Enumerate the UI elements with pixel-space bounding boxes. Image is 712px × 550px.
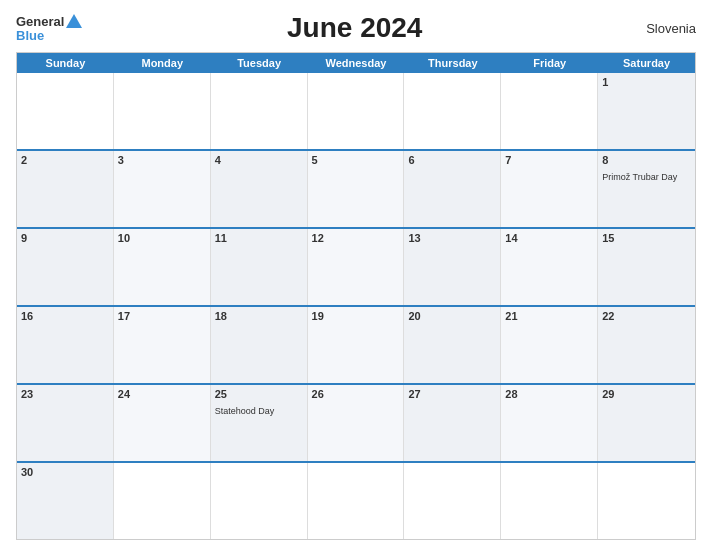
logo: General Blue	[16, 15, 83, 42]
day-number: 14	[505, 232, 593, 244]
day-cell-5-2	[211, 463, 308, 539]
day-cell-4-6: 29	[598, 385, 695, 461]
day-cell-1-5: 7	[501, 151, 598, 227]
day-number: 26	[312, 388, 400, 400]
day-number: 7	[505, 154, 593, 166]
day-number: 25	[215, 388, 303, 400]
day-cell-3-4: 20	[404, 307, 501, 383]
day-cell-5-3	[308, 463, 405, 539]
week-row-2: 2345678Primož Trubar Day	[17, 149, 695, 227]
day-cell-3-0: 16	[17, 307, 114, 383]
day-number: 11	[215, 232, 303, 244]
day-cell-0-4	[404, 73, 501, 149]
calendar-page: General Blue June 2024 Slovenia Sunday M…	[0, 0, 712, 550]
day-cell-2-1: 10	[114, 229, 211, 305]
day-number: 8	[602, 154, 691, 166]
day-number: 12	[312, 232, 400, 244]
day-cell-4-3: 26	[308, 385, 405, 461]
day-number: 3	[118, 154, 206, 166]
day-number: 1	[602, 76, 691, 88]
day-number: 20	[408, 310, 496, 322]
day-number: 4	[215, 154, 303, 166]
header-sunday: Sunday	[17, 53, 114, 73]
day-number: 29	[602, 388, 691, 400]
day-number: 10	[118, 232, 206, 244]
day-number: 5	[312, 154, 400, 166]
day-cell-1-2: 4	[211, 151, 308, 227]
day-cell-4-2: 25Statehood Day	[211, 385, 308, 461]
logo-blue-text: Blue	[16, 29, 83, 42]
week-row-3: 9101112131415	[17, 227, 695, 305]
day-number: 17	[118, 310, 206, 322]
header-saturday: Saturday	[598, 53, 695, 73]
day-cell-4-4: 27	[404, 385, 501, 461]
day-cell-0-5	[501, 73, 598, 149]
week-row-1: 1	[17, 73, 695, 149]
day-cell-3-5: 21	[501, 307, 598, 383]
day-number: 19	[312, 310, 400, 322]
day-cell-2-4: 13	[404, 229, 501, 305]
day-number: 16	[21, 310, 109, 322]
logo-triangle-icon	[66, 14, 82, 28]
day-number: 21	[505, 310, 593, 322]
day-cell-0-6: 1	[598, 73, 695, 149]
day-number: 13	[408, 232, 496, 244]
day-cell-2-5: 14	[501, 229, 598, 305]
day-cell-3-2: 18	[211, 307, 308, 383]
logo-stack: General Blue	[16, 15, 83, 42]
day-cell-3-3: 19	[308, 307, 405, 383]
header-wednesday: Wednesday	[308, 53, 405, 73]
day-cell-2-0: 9	[17, 229, 114, 305]
day-number: 15	[602, 232, 691, 244]
day-cell-1-3: 5	[308, 151, 405, 227]
day-event: Primož Trubar Day	[602, 172, 677, 182]
week-row-6: 30	[17, 461, 695, 539]
logo-general-text: General	[16, 15, 64, 28]
day-cell-1-4: 6	[404, 151, 501, 227]
day-cell-4-1: 24	[114, 385, 211, 461]
day-cell-3-1: 17	[114, 307, 211, 383]
day-number: 6	[408, 154, 496, 166]
day-number: 2	[21, 154, 109, 166]
day-number: 9	[21, 232, 109, 244]
week-row-4: 16171819202122	[17, 305, 695, 383]
day-cell-4-5: 28	[501, 385, 598, 461]
day-cell-0-0	[17, 73, 114, 149]
week-row-5: 232425Statehood Day26272829	[17, 383, 695, 461]
header-thursday: Thursday	[404, 53, 501, 73]
day-number: 22	[602, 310, 691, 322]
day-cell-0-1	[114, 73, 211, 149]
day-number: 27	[408, 388, 496, 400]
weeks-container: 12345678Primož Trubar Day910111213141516…	[17, 73, 695, 539]
calendar-grid: Sunday Monday Tuesday Wednesday Thursday…	[16, 52, 696, 540]
day-number: 23	[21, 388, 109, 400]
header-monday: Monday	[114, 53, 211, 73]
day-number: 28	[505, 388, 593, 400]
day-cell-2-6: 15	[598, 229, 695, 305]
header-friday: Friday	[501, 53, 598, 73]
day-number: 24	[118, 388, 206, 400]
day-cell-1-1: 3	[114, 151, 211, 227]
header-tuesday: Tuesday	[211, 53, 308, 73]
country-label: Slovenia	[626, 21, 696, 36]
day-number: 30	[21, 466, 109, 478]
day-number: 18	[215, 310, 303, 322]
day-headers-row: Sunday Monday Tuesday Wednesday Thursday…	[17, 53, 695, 73]
day-cell-1-6: 8Primož Trubar Day	[598, 151, 695, 227]
day-cell-5-1	[114, 463, 211, 539]
day-cell-5-0: 30	[17, 463, 114, 539]
day-cell-0-2	[211, 73, 308, 149]
day-event: Statehood Day	[215, 406, 275, 416]
header: General Blue June 2024 Slovenia	[16, 12, 696, 44]
calendar-title: June 2024	[83, 12, 626, 44]
day-cell-1-0: 2	[17, 151, 114, 227]
day-cell-5-5	[501, 463, 598, 539]
day-cell-2-2: 11	[211, 229, 308, 305]
day-cell-2-3: 12	[308, 229, 405, 305]
day-cell-5-4	[404, 463, 501, 539]
day-cell-5-6	[598, 463, 695, 539]
day-cell-3-6: 22	[598, 307, 695, 383]
day-cell-4-0: 23	[17, 385, 114, 461]
day-cell-0-3	[308, 73, 405, 149]
